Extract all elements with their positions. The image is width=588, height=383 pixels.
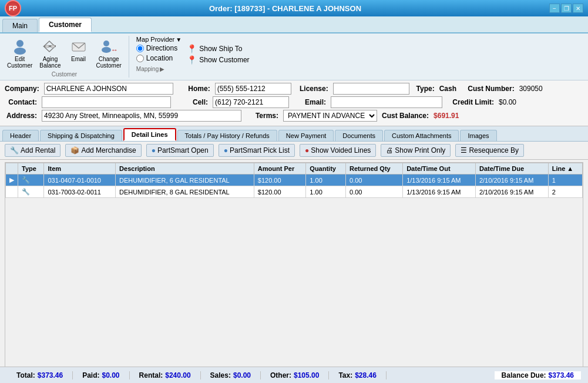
show-print-only-button[interactable]: 🖨 Show Print Only [381,144,451,157]
partsmart-pick-label: PartSmart Pick List [230,146,290,154]
add-rental-button[interactable]: 🔧 Add Rental [5,144,61,157]
col-datetime-out: Date/Time Out [403,163,476,174]
sales-value: $0.00 [233,371,251,379]
show-customer-checkbox[interactable]: 📍 Show Customer [187,55,249,65]
main-tabs-row: Main Customer [0,16,588,33]
partsmart-pick-list-button[interactable]: ● PartSmart Pick List [219,144,295,157]
detail-lines-table: Type Item Description Amount Per Quantit… [5,163,583,198]
app-logo: FP [5,0,21,16]
table-row[interactable]: 🔧031-7003-02-0011DEHUMIDIFIER, 8 GAL RES… [6,186,583,198]
table-body: ▶🔧031-0407-01-0010DEHUMIDIFIER, 6 GAL RE… [6,174,583,198]
license-input[interactable] [333,83,409,95]
title-bar: FP Order: [189733] - CHARLENE A JOHNSON … [0,0,588,16]
terms-select[interactable]: PAYMENT IN ADVANCE [283,110,377,122]
tab-main[interactable]: Main [2,19,38,32]
tab-header[interactable]: Header [2,130,39,141]
svg-rect-5 [45,45,49,48]
location-radio[interactable]: Location [136,54,177,62]
show-ship-to-checkbox[interactable]: 📍 Show Ship To [187,44,249,53]
tab-new-payment[interactable]: New Payment [278,130,334,141]
map-provider-title[interactable]: Map Provider ▼ [136,36,250,43]
home-label: Home: [178,85,210,93]
edit-customer-button[interactable]: EditCustomer [5,36,35,70]
minimize-button[interactable]: − [549,4,560,13]
show-print-only-label: Show Print Only [395,146,445,154]
partsmart-open-icon: ● [152,146,156,154]
tab-totals[interactable]: Totals / Pay History / Refunds [177,130,277,141]
company-label: Company: [5,85,39,93]
rental-value: $240.00 [165,371,190,379]
show-voided-button[interactable]: ● Show Voided Lines [300,144,376,157]
close-button[interactable]: ✕ [573,4,583,13]
tab-images[interactable]: Images [460,130,496,141]
row-datetime-out-cell: 1/13/2016 9:15 AM [403,174,476,186]
balance-due-label: Balance Due: [502,371,546,379]
sub-tabs-row: Header Shipping & Dispatching Detail Lin… [0,126,588,142]
mapping-group-label: Mapping ▶ [136,66,250,72]
contact-input[interactable] [42,96,171,108]
email-button[interactable]: Email [66,36,92,70]
window-title: Order: [189733] - CHARLENE A JOHNSON [21,4,549,13]
tab-shipping[interactable]: Shipping & Dispatching [40,130,122,141]
row-description-cell: DEHUMIDIFIER, 8 GAL RESIDENTAL [116,186,254,198]
status-other: Other: $105.00 [261,371,329,379]
rental-label: Rental: [139,371,163,379]
resequence-label: Resequence By [469,146,519,154]
col-description: Description [116,163,254,174]
email-label: Email [71,56,86,62]
contact-label: Contact: [5,98,37,106]
info-row-1: Company: Home: License: Type: Cash Cust … [5,83,583,95]
col-arrow [6,163,18,174]
table-header-row: Type Item Description Amount Per Quantit… [6,163,583,174]
type-label: Type: [414,85,435,93]
row-quantity-cell: 1.00 [306,174,346,186]
email-field-label: Email: [294,98,326,106]
total-value: $373.46 [38,371,63,379]
change-customer-button[interactable]: ↔ ChangeCustomer [94,36,124,70]
show-voided-label: Show Voided Lines [311,146,371,154]
change-customer-label: ChangeCustomer [96,56,122,69]
customer-group-label: Customer [52,71,77,78]
row-item-cell: 031-7003-02-0011 [44,186,116,198]
window-controls: − ❐ ✕ [549,4,583,13]
tab-detail-lines[interactable]: Detail Lines [123,128,176,141]
type-value: Cash [439,85,463,93]
status-sales: Sales: $0.00 [201,371,261,379]
resequence-button[interactable]: ☰ Resequence By [455,144,524,157]
home-input[interactable] [215,83,291,95]
location-label: Location [146,54,173,62]
row-datetime-due-cell: 2/10/2016 9:15 AM [475,174,548,186]
restore-button[interactable]: ❐ [561,4,572,13]
row-item-cell: 031-0407-01-0010 [44,174,116,186]
other-value: $105.00 [294,371,319,379]
terms-label: Terms: [246,112,278,120]
address-input[interactable] [42,110,241,122]
tab-customer[interactable]: Customer [39,18,92,32]
row-amount-per-cell: $120.00 [254,186,306,198]
status-paid: Paid: $0.00 [73,371,129,379]
status-balance-due: Balance Due: $373.46 [495,371,581,379]
customer-toolbar-group: EditCustomer AgingBalance [5,36,124,70]
email-input[interactable] [331,96,442,108]
aging-balance-button[interactable]: AgingBalance [37,36,63,70]
cust-balance-label: Cust Balance: [382,112,429,120]
email-icon [69,37,88,56]
tab-custom-attachments[interactable]: Custom Attachments [384,130,459,141]
change-customer-icon: ↔ [99,37,118,56]
add-merchandise-icon: 📦 [70,146,79,154]
tab-documents[interactable]: Documents [335,130,383,141]
row-quantity-cell: 1.00 [306,186,346,198]
show-ship-to-label: Show Ship To [199,45,242,53]
total-label: Total: [16,371,35,379]
cell-input[interactable] [213,96,289,108]
add-merchandise-button[interactable]: 📦 Add Merchandise [65,144,141,157]
row-arrow-cell: ▶ [6,174,18,186]
company-input[interactable] [44,83,173,95]
row-amount-per-cell: $120.00 [254,174,306,186]
partsmart-open-button[interactable]: ● PartSmart Open [146,144,214,157]
partsmart-pick-icon: ● [224,146,228,154]
table-row[interactable]: ▶🔧031-0407-01-0010DEHUMIDIFIER, 6 GAL RE… [6,174,583,186]
info-row-3: Address: Terms: PAYMENT IN ADVANCE Cust … [5,110,583,122]
directions-label: Directions [146,44,177,52]
directions-radio[interactable]: Directions [136,44,177,52]
